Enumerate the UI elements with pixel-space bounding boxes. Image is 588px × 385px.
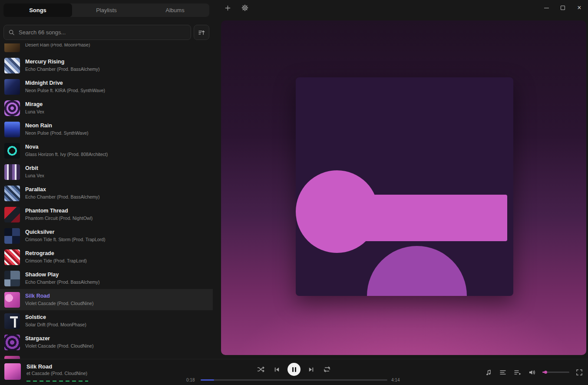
song-subtitle: Desert Rain (Prod. MoonPhase) [25,43,90,48]
repeat-button[interactable] [322,365,332,374]
song-row[interactable]: Phantom Thread Phantom Circuit (Prod. Ni… [0,204,213,225]
song-row[interactable]: Static Bloom [0,353,213,359]
search-input[interactable] [3,25,191,40]
minimize-button[interactable] [541,3,552,13]
album-art-thumb [4,271,20,286]
lyrics-button[interactable] [499,368,507,377]
song-row[interactable]: Mercury Rising Echo Chamber (Prod. BassA… [0,55,213,76]
song-subtitle: Neon Pulse (Prod. SynthWave) [25,130,89,136]
previous-button[interactable] [272,365,281,374]
volume-slider[interactable] [542,372,569,373]
skip-forward-icon [308,366,314,373]
song-title: Mercury Rising [25,59,100,65]
song-subtitle: Violet Cascade (Prod. CloudNine) [25,301,93,306]
progress-row: 0:18 4:14 [186,378,402,382]
album-art-thumb [4,313,20,329]
pause-icon [292,367,294,372]
sort-button[interactable] [194,25,209,40]
volume-fill [542,372,546,373]
song-row[interactable]: Desert Rain (Prod. MoonPhase) [0,43,213,55]
titlebar-actions [222,3,250,13]
shuffle-icon [257,366,265,373]
plus-icon [225,5,231,11]
repeat-icon [323,366,331,373]
search-row [3,25,209,40]
search-icon [8,29,15,36]
skip-back-icon [274,366,280,373]
album-art-thumb [4,143,20,159]
tab-songs[interactable]: Songs [3,3,72,17]
song-row[interactable]: Midnight Drive Neon Pulse ft. KIRA (Prod… [0,76,213,97]
song-row[interactable]: Neon Rain Neon Pulse (Prod. SynthWave) [0,119,213,140]
song-row[interactable]: Silk Road Violet Cascade (Prod. CloudNin… [0,289,213,310]
song-row[interactable]: Mirage Luna Vex [0,97,213,119]
song-row[interactable]: Orbit Luna Vex [0,161,213,183]
close-button[interactable]: × [574,3,585,13]
progress-fill [201,379,214,381]
visualizer-button[interactable] [484,368,493,377]
album-art-thumb [4,58,20,73]
song-subtitle: Echo Chamber (Prod. BassAlchemy) [25,279,100,285]
song-list: Desert Rain (Prod. MoonPhase) Mercury Ri… [0,43,213,359]
song-subtitle: Violet Cascade (Prod. CloudNine) [25,343,93,349]
queue-button[interactable] [513,368,522,377]
player-bar: Silk Road et Cascade (Prod. CloudNine) [0,359,588,385]
song-subtitle: Neon Pulse ft. KIRA (Prod. SynthWave) [25,88,105,93]
tab-albums[interactable]: Albums [141,3,209,17]
maximize-button[interactable] [558,3,568,13]
tab-bar: Songs Playlists Albums [3,3,209,17]
fullscreen-button[interactable] [575,368,584,377]
song-title: Silk Road [25,293,93,299]
song-title: Mirage [25,101,44,108]
album-art-large [296,77,513,296]
song-subtitle: Echo Chamber (Prod. BassAlchemy) [25,194,100,200]
song-title: Parallax [25,186,100,193]
maximize-icon [561,6,565,10]
duration-time: 4:14 [391,378,402,382]
album-art-thumb [4,122,20,137]
transport-controls [256,363,332,376]
song-row[interactable]: Nova Glass Horizon ft. Ivy (Prod. 808Arc… [0,140,213,161]
elapsed-time: 0:18 [186,378,197,382]
song-title: Orbit [25,165,44,172]
song-subtitle: Luna Vex [25,109,44,115]
volume-button[interactable] [528,368,537,377]
song-row[interactable]: Quicksilver Crimson Tide ft. Storm (Prod… [0,225,213,246]
song-row[interactable]: Retrograde Crimson Tide (Prod. TrapLord) [0,246,213,268]
minimize-icon [544,8,549,8]
song-row[interactable]: Solstice Solar Drift (Prod. MoonPhase) [0,310,213,332]
player-options [484,368,584,377]
song-subtitle: Crimson Tide (Prod. TrapLord) [25,258,87,264]
gear-icon [241,4,248,11]
shuffle-button[interactable] [256,365,266,374]
queue-icon [514,369,521,376]
album-art-thumb [4,335,20,350]
music-note-icon [485,369,492,376]
song-subtitle: Echo Chamber (Prod. BassAlchemy) [25,66,100,72]
left-panel: Songs Playlists Albums [0,0,213,359]
visualizer-marquee [26,381,88,382]
album-art-thumb [4,186,20,201]
song-subtitle: Luna Vex [25,173,44,179]
play-pause-button[interactable] [287,363,301,376]
close-icon: × [577,4,581,12]
song-row[interactable]: Shadow Play Echo Chamber (Prod. BassAlch… [0,268,213,289]
song-title: Neon Rain [25,123,89,129]
volume-icon [529,369,536,376]
album-art-thumb [4,43,20,52]
tab-playlists[interactable]: Playlists [72,3,141,17]
song-row[interactable]: Stargazer Violet Cascade (Prod. CloudNin… [0,332,213,353]
next-button[interactable] [307,365,316,374]
settings-button[interactable] [240,3,250,13]
add-button[interactable] [222,3,233,13]
song-row[interactable]: Parallax Echo Chamber (Prod. BassAlchemy… [0,183,213,204]
fullscreen-icon [576,369,583,376]
song-subtitle: Solar Drift (Prod. MoonPhase) [25,322,86,328]
nowplaying-art [4,363,21,380]
album-stage [221,20,586,355]
song-title: Retrograde [25,250,87,257]
song-title: Nova [25,144,108,150]
song-title: Quicksilver [25,229,105,236]
progress-bar[interactable] [201,379,387,381]
art-shape-bar [332,195,507,241]
